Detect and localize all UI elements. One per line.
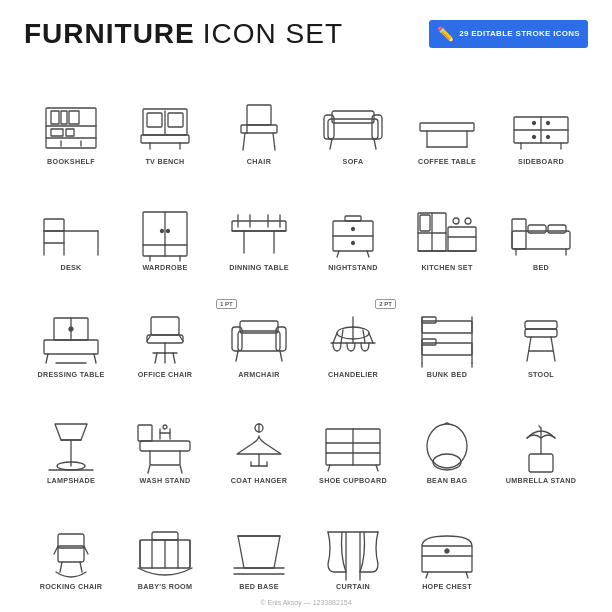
cell-kitchen-set: KITCHEN SET (400, 170, 494, 276)
svg-point-36 (547, 135, 550, 138)
chandelier-icon (318, 314, 388, 368)
svg-rect-15 (147, 113, 162, 127)
svg-rect-71 (448, 227, 476, 251)
curtain-icon (318, 526, 388, 580)
svg-line-106 (280, 351, 282, 361)
cell-nightstand: NIGHTSTAND (306, 170, 400, 276)
cell-dinning-table: DINNING TABLE (212, 170, 306, 276)
office-chair-label: OFFICE CHAIR (138, 371, 193, 380)
svg-rect-82 (548, 225, 566, 233)
umbrella-stand-label: UMBRELLA STAND (506, 477, 576, 486)
title-furniture: FURNITURE (24, 18, 195, 50)
svg-line-138 (180, 465, 182, 473)
svg-point-35 (533, 135, 536, 138)
cell-bunk-bed: BUNK BED (400, 277, 494, 383)
bookshelf-icon (36, 101, 106, 155)
svg-line-109 (333, 333, 337, 343)
svg-line-137 (148, 465, 150, 473)
desk-icon (36, 207, 106, 261)
bed-icon (506, 207, 576, 261)
svg-rect-28 (420, 123, 474, 131)
cell-dressing-table: DRESSING TABLE (24, 277, 118, 383)
cell-coffee-table: COFFEE TABLE (400, 64, 494, 170)
svg-rect-139 (138, 425, 152, 441)
svg-line-89 (94, 354, 96, 363)
svg-line-150 (328, 465, 330, 471)
hope-chest-label: HOPE CHEST (422, 583, 472, 592)
shoe-cupboard-label: SHOE CUPBOARD (319, 477, 387, 486)
svg-point-178 (445, 549, 449, 553)
cell-bookshelf: BOOKSHELF (24, 64, 118, 170)
svg-point-76 (453, 218, 459, 224)
bed-base-icon (224, 526, 294, 580)
svg-rect-154 (529, 454, 553, 472)
svg-line-125 (551, 337, 555, 361)
office-chair-icon (130, 314, 200, 368)
svg-line-105 (236, 351, 238, 361)
cell-curtain: CURTAIN (306, 490, 400, 596)
svg-rect-69 (345, 216, 361, 221)
svg-line-19 (243, 133, 245, 150)
svg-rect-123 (525, 329, 557, 337)
svg-point-65 (352, 228, 355, 231)
armchair-icon (224, 314, 294, 368)
svg-line-67 (337, 251, 339, 257)
coffee-table-label: COFFEE TABLE (418, 158, 476, 167)
armchair-label: ARMCHAIR (238, 371, 280, 380)
badge-icon: ✏️ (437, 25, 454, 43)
desk-label: DESK (60, 264, 81, 273)
svg-rect-17 (247, 105, 271, 125)
svg-rect-79 (512, 231, 570, 249)
svg-rect-5 (69, 111, 79, 124)
svg-rect-22 (328, 119, 378, 139)
shoe-cupboard-icon (318, 420, 388, 474)
svg-rect-80 (512, 219, 526, 249)
svg-rect-127 (525, 321, 557, 329)
sofa-icon (318, 101, 388, 155)
badge-text: 29 EDITABLE STROKE ICONS (459, 29, 580, 39)
cell-wash-stand: WASH STAND (118, 383, 212, 489)
svg-rect-25 (332, 111, 374, 123)
dressing-table-icon (36, 314, 106, 368)
svg-rect-122 (422, 339, 436, 345)
kitchen-set-label: KITCHEN SET (421, 264, 472, 273)
bunk-bed-icon (412, 314, 482, 368)
cell-chandelier: 2 PT CHANDELIER (306, 277, 400, 383)
sofa-label: SOFA (343, 158, 364, 167)
svg-rect-6 (51, 129, 63, 136)
svg-line-180 (466, 572, 468, 578)
icon-grid: BOOKSHELF TV BENCH (24, 64, 588, 596)
cell-office-chair: OFFICE CHAIR (118, 277, 212, 383)
svg-rect-74 (420, 215, 430, 231)
chair-label: CHAIR (247, 158, 271, 167)
lampshade-label: LAMPSHADE (47, 477, 95, 486)
tv-bench-label: TV BENCH (145, 158, 184, 167)
tv-bench-icon (130, 101, 200, 155)
cell-stool: STOOL (494, 277, 588, 383)
svg-rect-169 (152, 532, 178, 540)
cell-umbrella-stand: UMBRELLA STAND (494, 383, 588, 489)
tag-1pt: 1 PT (216, 299, 237, 309)
chair-icon (224, 101, 294, 155)
cell-bed-base: BED BASE (212, 490, 306, 596)
dressing-table-label: DRESSING TABLE (37, 371, 104, 380)
coat-hanger-label: COAT HANGER (231, 477, 287, 486)
svg-point-38 (547, 121, 550, 124)
babys-room-label: BABY'S ROOM (138, 583, 193, 592)
svg-rect-0 (46, 108, 96, 148)
svg-rect-132 (140, 441, 190, 451)
svg-rect-121 (422, 317, 436, 323)
svg-rect-93 (147, 335, 183, 343)
svg-point-66 (352, 242, 355, 245)
sideboard-label: SIDEBOARD (518, 158, 564, 167)
cell-babys-room: BABY'S ROOM (118, 490, 212, 596)
nightstand-icon (318, 207, 388, 261)
svg-line-27 (374, 139, 376, 149)
svg-point-37 (533, 121, 536, 124)
watermark: © Enis Aksoy — 1233882154 (0, 599, 612, 606)
lampshade-icon (36, 420, 106, 474)
chandelier-label: CHANDELIER (328, 371, 378, 380)
cell-armchair: 1 PT ARMCHAIR (212, 277, 306, 383)
cell-sideboard: SIDEBOARD (494, 64, 588, 170)
svg-line-160 (80, 562, 82, 572)
